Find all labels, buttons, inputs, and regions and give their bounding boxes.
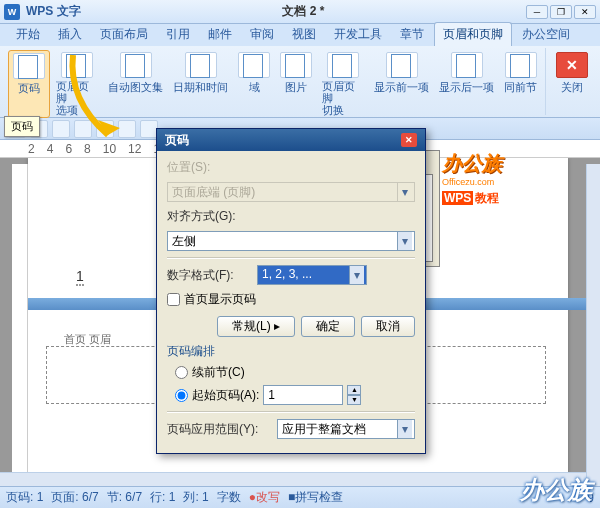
same-prev-icon: [505, 52, 537, 78]
separator: [167, 257, 415, 259]
tab-refs[interactable]: 引用: [158, 23, 198, 46]
tab-home[interactable]: 开始: [8, 23, 48, 46]
close-icon: [556, 52, 588, 78]
cancel-button[interactable]: 取消: [361, 316, 415, 337]
close-hf-button[interactable]: 关闭: [552, 50, 592, 97]
show-prev-icon: [386, 52, 418, 78]
tab-view[interactable]: 视图: [284, 23, 324, 46]
window-buttons: ─ ❐ ✕: [526, 5, 596, 19]
minimize-button[interactable]: ─: [526, 5, 548, 19]
spin-up[interactable]: ▲: [347, 385, 361, 395]
app-icon: W: [4, 4, 20, 20]
start-at-label: 起始页码(A):: [192, 387, 259, 404]
tab-insert[interactable]: 插入: [50, 23, 90, 46]
status-bar: 页码: 1 页面: 6/7 节: 6/7 行: 1 列: 1 字数 ●改写 ■拼…: [0, 486, 600, 508]
tab-header-footer[interactable]: 页眉和页脚: [434, 22, 512, 46]
first-page-label: 首页显示页码: [184, 291, 256, 308]
ribbon-tabs: 开始 插入 页面布局 引用 邮件 审阅 视图 开发工具 章节 页眉和页脚 办公空…: [0, 24, 600, 46]
tab-review[interactable]: 审阅: [242, 23, 282, 46]
continue-label: 续前节(C): [192, 364, 245, 381]
status-wordcount[interactable]: 字数: [217, 489, 241, 506]
ribbon-group-close: 关闭: [548, 48, 596, 115]
numbering-section: 页码编排: [167, 343, 415, 360]
tab-dev[interactable]: 开发工具: [326, 23, 390, 46]
hf-switch-button[interactable]: 页眉页脚 切换: [318, 50, 368, 118]
page-number-button[interactable]: 页码: [8, 50, 50, 118]
status-row: 行: 1: [150, 489, 175, 506]
show-next-button[interactable]: 显示后一项: [435, 50, 498, 118]
picture-icon: [280, 52, 312, 78]
separator-2: [167, 411, 415, 413]
hf-switch-icon: [327, 52, 359, 78]
vertical-ruler[interactable]: [12, 164, 28, 472]
restore-button[interactable]: ❐: [550, 5, 572, 19]
first-page-checkbox[interactable]: [167, 293, 180, 306]
picture-button[interactable]: 图片: [276, 50, 316, 118]
ok-button[interactable]: 确定: [301, 316, 355, 337]
status-pages: 页面: 6/7: [51, 489, 98, 506]
start-at-input[interactable]: [263, 385, 343, 405]
same-prev-button[interactable]: 同前节: [500, 50, 541, 118]
spin-down[interactable]: ▼: [347, 395, 361, 405]
horizontal-scrollbar[interactable]: [0, 472, 586, 486]
tooltip: 页码: [4, 116, 40, 137]
footer-label: 首页 页眉: [64, 332, 111, 347]
app-name: WPS 文字: [26, 3, 81, 20]
scope-label: 页码应用范围(Y):: [167, 421, 273, 438]
dialog-close-button[interactable]: ✕: [401, 133, 417, 147]
format-select[interactable]: 1, 2, 3, ...: [257, 265, 367, 285]
dialog-title: 页码: [165, 132, 189, 149]
dialog-body: 位置(S): 页面底端 (页脚) 对齐方式(G): 左侧 数字格式(F): 1,…: [157, 151, 425, 453]
status-page: 页码: 1: [6, 489, 43, 506]
datetime-button[interactable]: 日期和时间: [169, 50, 232, 118]
field-icon: [238, 52, 270, 78]
page-number-icon: [13, 53, 45, 79]
normal-button[interactable]: 常规(L) ▸: [217, 316, 295, 337]
tab-chapter[interactable]: 章节: [392, 23, 432, 46]
close-button[interactable]: ✕: [574, 5, 596, 19]
vertical-scrollbar[interactable]: [586, 164, 600, 486]
show-prev-button[interactable]: 显示前一项: [370, 50, 433, 118]
status-col: 列: 1: [183, 489, 208, 506]
datetime-icon: [185, 52, 217, 78]
tab-mail[interactable]: 邮件: [200, 23, 240, 46]
status-section: 节: 6/7: [107, 489, 142, 506]
format-label: 数字格式(F):: [167, 267, 253, 284]
status-overwrite[interactable]: ●改写: [249, 489, 280, 506]
position-select: 页面底端 (页脚): [167, 182, 415, 202]
align-label: 对齐方式(G):: [167, 208, 253, 225]
position-label: 位置(S):: [167, 159, 253, 176]
page-number-dialog: 页码 ✕ 位置(S): 页面底端 (页脚) 对齐方式(G): 左侧 数字格式(F…: [156, 128, 426, 454]
field-button[interactable]: 域: [234, 50, 274, 118]
page-number-field[interactable]: 1: [76, 268, 84, 286]
continue-radio[interactable]: [175, 366, 188, 379]
align-select[interactable]: 左侧: [167, 231, 415, 251]
dialog-titlebar[interactable]: 页码 ✕: [157, 129, 425, 151]
annotation-arrow: [58, 50, 138, 153]
doc-title: 文档 2 *: [87, 3, 520, 20]
status-spellcheck[interactable]: ■拼写检查: [288, 489, 343, 506]
title-bar: W WPS 文字 文档 2 * ─ ❐ ✕: [0, 0, 600, 24]
show-next-icon: [451, 52, 483, 78]
start-at-radio[interactable]: [175, 389, 188, 402]
status-zoom[interactable]: 9: [587, 491, 594, 505]
scope-select[interactable]: 应用于整篇文档: [277, 419, 415, 439]
tab-layout[interactable]: 页面布局: [92, 23, 156, 46]
tab-office[interactable]: 办公空间: [514, 23, 578, 46]
